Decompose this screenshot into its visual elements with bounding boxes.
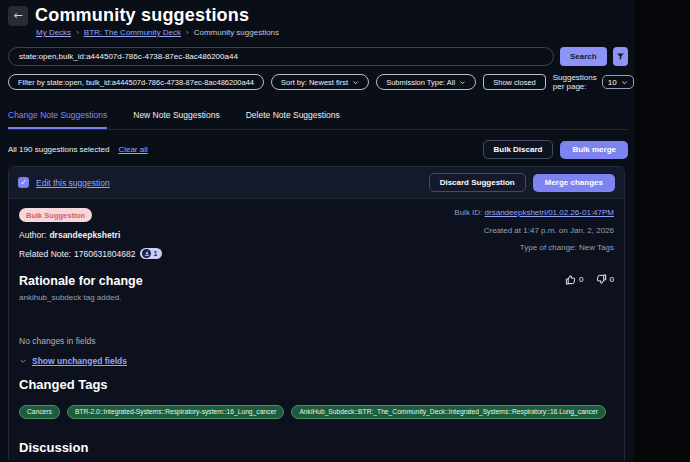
selection-count-text: All 190 suggestions selected xyxy=(8,145,109,154)
ankihub-anchor-icon: ⚓ xyxy=(142,249,151,258)
breadcrumb: My Decks › BTR: The Community Deck › Com… xyxy=(36,28,628,37)
tag-pill: AnkiHub_Subdeck::BTR:_The_Community_Deck… xyxy=(291,405,606,419)
breadcrumb-link-deck[interactable]: BTR: The Community Deck xyxy=(84,28,181,37)
per-page-select[interactable]: 10 xyxy=(602,75,634,89)
downvote-button[interactable]: 0 xyxy=(596,274,614,285)
downvote-count: 0 xyxy=(610,275,614,284)
rationale-header-row: Rationale for change 0 xyxy=(19,274,614,288)
thumbs-up-icon xyxy=(565,274,576,285)
chevron-down-icon xyxy=(621,79,628,86)
edit-suggestion-link[interactable]: Edit this suggestion xyxy=(36,178,110,188)
per-page-control: Suggestions per page: 10 xyxy=(553,73,634,91)
bulk-id-line: Bulk ID: drsandeepkshetri/01.02.26-01:47… xyxy=(454,208,614,217)
breadcrumb-current: Community suggestions xyxy=(194,28,279,37)
chevron-down-icon xyxy=(352,79,359,86)
discard-suggestion-button[interactable]: Discard Suggestion xyxy=(429,173,526,192)
rationale-title: Rationale for change xyxy=(19,274,143,288)
tag-pill: Cancers xyxy=(19,405,60,419)
bulk-suggestion-badge: Bulk Suggestion xyxy=(19,208,92,222)
breadcrumb-link-my-decks[interactable]: My Decks xyxy=(36,28,71,37)
created-at-line: Created at 1:47 p.m. on Jan. 2, 2026 xyxy=(454,226,614,235)
page-header: ← Community suggestions xyxy=(8,5,628,26)
related-note-label: Related Note: xyxy=(19,249,71,259)
tab-new-note-suggestions[interactable]: New Note Suggestions xyxy=(133,106,219,129)
main-column: ← Community suggestions My Decks › BTR: … xyxy=(0,0,634,462)
breadcrumb-separator: › xyxy=(186,28,189,37)
chevron-down-icon xyxy=(459,79,466,86)
no-changes-text: No changes in fields xyxy=(19,336,614,346)
suggestion-meta: Bulk Suggestion Author: drsandeepkshetri… xyxy=(19,208,614,261)
suggestion-card-body: Bulk Suggestion Author: drsandeepkshetri… xyxy=(9,199,624,460)
page-title: Community suggestions xyxy=(35,5,249,26)
related-note-id: 1760631804682 xyxy=(74,249,135,259)
clear-all-link[interactable]: Clear all xyxy=(118,145,147,154)
tab-delete-note-suggestions[interactable]: Delete Note Suggestions xyxy=(246,106,340,129)
breadcrumb-separator: › xyxy=(76,28,79,37)
funnel-icon xyxy=(616,52,625,61)
author-label: Author: xyxy=(19,230,46,240)
changed-tags-title: Changed Tags xyxy=(19,377,614,392)
submission-type-dropdown[interactable]: Submission Type: All xyxy=(376,74,476,90)
per-page-label: Suggestions per page: xyxy=(553,73,597,91)
per-page-value: 10 xyxy=(608,78,617,87)
search-button[interactable]: Search xyxy=(560,47,607,66)
type-of-change-line: Type of change: New Tags xyxy=(454,243,614,252)
discussion-title: Discussion xyxy=(19,440,614,455)
suggestion-tabs: Change Note Suggestions New Note Suggest… xyxy=(8,106,628,130)
suggestion-meta-right: Bulk ID: drsandeepkshetri/01.02.26-01:47… xyxy=(454,208,614,261)
sort-by-label: Sort by: Newest first xyxy=(281,78,348,87)
related-note-count: 1 xyxy=(153,250,157,257)
show-unchanged-row: Show unchanged fields xyxy=(19,356,614,366)
show-closed-button[interactable]: Show closed xyxy=(483,74,546,90)
suggestion-card: ✓ Edit this suggestion Discard Suggestio… xyxy=(8,166,625,460)
bulk-merge-button[interactable]: Bulk merge xyxy=(560,141,628,159)
related-note-line: Related Note: 1760631804682 ⚓ 1 xyxy=(19,248,162,259)
back-button[interactable]: ← xyxy=(8,6,28,26)
bulk-discard-button[interactable]: Bulk Discard xyxy=(483,140,554,159)
changed-tags-row: Cancers BTR-2.0::Integrated-Systems::Res… xyxy=(19,405,614,419)
show-unchanged-fields-link[interactable]: Show unchanged fields xyxy=(32,356,127,366)
upvote-count: 0 xyxy=(579,275,583,284)
suggestion-card-header: ✓ Edit this suggestion Discard Suggestio… xyxy=(9,167,624,199)
upvote-button[interactable]: 0 xyxy=(565,274,583,285)
filter-by-chip[interactable]: Filter by state:open, bulk_id:a444507d-7… xyxy=(8,74,264,90)
vote-controls: 0 0 xyxy=(565,274,614,285)
search-input[interactable] xyxy=(8,47,554,66)
bulk-id-label: Bulk ID: xyxy=(454,208,482,217)
suggestion-meta-left: Bulk Suggestion Author: drsandeepkshetri… xyxy=(19,208,162,261)
sort-by-dropdown[interactable]: Sort by: Newest first xyxy=(271,74,369,90)
author-name: drsandeepkshetri xyxy=(49,230,120,240)
bulk-selection-row: All 190 suggestions selected Clear all B… xyxy=(8,140,628,159)
rationale-text: ankihub_subdeck tag added. xyxy=(19,293,614,302)
bulk-id-link[interactable]: drsandeepkshetri/01.02.26-01:47PM xyxy=(485,208,614,217)
search-row: Search xyxy=(8,47,628,66)
suggestion-checkbox[interactable]: ✓ xyxy=(18,177,29,188)
chevron-down-icon xyxy=(19,357,27,365)
filter-chips-row: Filter by state:open, bulk_id:a444507d-7… xyxy=(8,73,628,91)
filter-toggle-button[interactable] xyxy=(613,47,628,66)
thumbs-down-icon xyxy=(596,274,607,285)
author-line: Author: drsandeepkshetri xyxy=(19,230,120,240)
tag-pill: BTR-2.0::Integrated-Systems::Respiratory… xyxy=(67,405,284,419)
tab-change-note-suggestions[interactable]: Change Note Suggestions xyxy=(8,106,107,129)
merge-changes-button[interactable]: Merge changes xyxy=(533,174,615,192)
submission-type-label: Submission Type: All xyxy=(386,78,455,87)
related-note-count-badge[interactable]: ⚓ 1 xyxy=(140,248,162,259)
